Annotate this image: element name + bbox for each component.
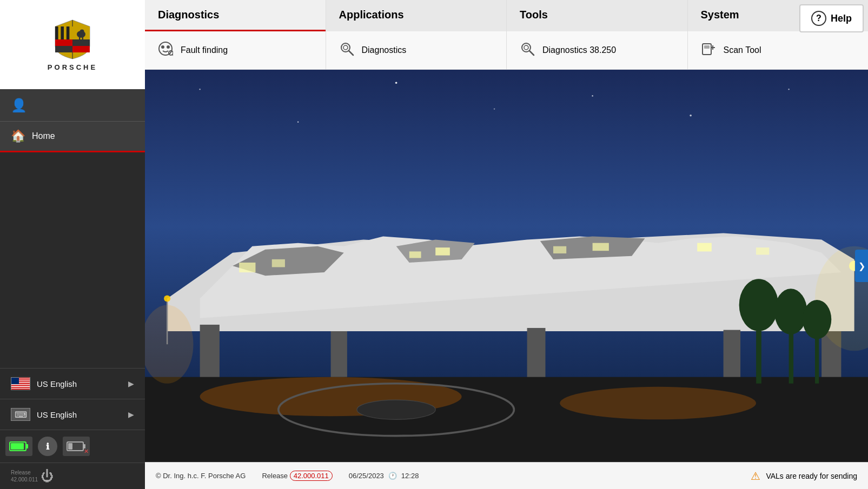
svg-rect-67	[272, 259, 285, 267]
svg-rect-71	[593, 243, 609, 251]
time-text: 12:28	[401, 472, 419, 480]
svg-rect-73	[756, 247, 769, 254]
svg-point-90	[739, 279, 779, 331]
lang1-arrow-icon: ▶	[128, 379, 134, 388]
svg-point-55	[395, 82, 397, 84]
applications-diag-label: Diagnostics	[362, 45, 407, 55]
porsche-wordmark: PORSCHE	[48, 63, 97, 71]
svg-point-81	[560, 387, 756, 420]
svg-rect-68	[409, 251, 421, 258]
nav-dropdown: Diagnostics	[145, 0, 868, 70]
date-time: 06/25/2023 🕐 12:28	[349, 472, 419, 480]
sidebar-home-item[interactable]: 🏠 Home	[0, 122, 145, 152]
svg-point-59	[788, 89, 789, 90]
vals-text: VALs are ready for sending	[766, 472, 857, 480]
svg-point-83	[164, 295, 170, 302]
nav-header-applications[interactable]: Applications	[326, 0, 507, 31]
svg-point-88	[357, 400, 435, 419]
nav-column-tools: Tools Diagnostics 38.250	[507, 0, 688, 70]
lang2-arrow-icon: ▶	[128, 410, 134, 419]
nav-item-diagnostics-38[interactable]: Diagnostics 38.250	[507, 31, 687, 70]
scan-tool-label: Scan Tool	[724, 45, 761, 55]
battery-x-icon: ✕	[84, 448, 89, 455]
svg-point-54	[297, 122, 299, 123]
nav-item-fault-finding[interactable]: Fault finding	[145, 31, 326, 70]
svg-point-46	[524, 45, 528, 50]
nav-header-tools[interactable]: Tools	[507, 0, 687, 31]
svg-point-92	[774, 289, 807, 334]
lang1-label: US English	[37, 379, 128, 388]
sidebar-lang-flag-item[interactable]: US English ▶	[0, 368, 145, 399]
svg-line-40	[173, 55, 173, 56]
svg-rect-24	[11, 385, 30, 386]
nav-item-diagnostics-app[interactable]: Diagnostics	[326, 31, 507, 70]
home-icon: 🏠	[11, 129, 25, 143]
svg-rect-25	[11, 386, 30, 387]
fault-finding-label: Fault finding	[181, 45, 228, 55]
svg-rect-27	[11, 388, 30, 389]
svg-rect-69	[435, 247, 450, 256]
svg-rect-8	[79, 36, 80, 39]
sidebar-spacer	[0, 152, 145, 368]
svg-point-57	[592, 95, 593, 96]
svg-rect-11	[55, 39, 72, 46]
sidebar-user[interactable]: 👤	[0, 89, 145, 122]
content-area: Diagnostics	[145, 0, 868, 489]
nav-item-scan-tool[interactable]: Scan Tool	[688, 31, 869, 70]
nav-column-applications: Applications Diagnostics	[326, 0, 507, 70]
svg-rect-23	[11, 384, 30, 385]
diagnostics-38-icon	[520, 41, 535, 59]
svg-point-94	[803, 300, 831, 339]
nav-column-diagnostics: Diagnostics	[145, 0, 326, 70]
lang2-label: US English	[37, 410, 128, 419]
svg-point-36	[159, 42, 172, 55]
sidebar-power-row: Release 42.000.011 ⏻	[0, 463, 145, 489]
sidebar-logo: PORSCHE	[0, 0, 145, 89]
svg-rect-26	[11, 387, 30, 388]
svg-rect-14	[72, 46, 90, 52]
sidebar-release-text: Release 42.000.011	[11, 469, 38, 483]
warning-icon: ⚠	[751, 470, 760, 483]
svg-point-43	[343, 45, 348, 50]
info-icon[interactable]: ℹ	[38, 437, 57, 456]
sidebar-bottom: ℹ ✕	[0, 430, 145, 463]
svg-rect-9	[82, 36, 83, 39]
svg-point-38	[167, 45, 170, 49]
svg-rect-12	[55, 46, 72, 52]
power-icon[interactable]: ⏻	[41, 468, 54, 484]
help-button[interactable]: ? Help	[799, 4, 864, 32]
svg-rect-28	[11, 388, 30, 390]
user-icon: 👤	[11, 98, 27, 113]
diagnostics-app-icon	[339, 41, 354, 59]
svg-point-56	[494, 108, 495, 109]
svg-point-58	[690, 115, 692, 117]
svg-rect-66	[239, 263, 255, 272]
clock-icon: 🕐	[388, 472, 397, 480]
svg-rect-48	[704, 45, 710, 49]
svg-point-53	[199, 89, 200, 90]
scan-tool-icon	[701, 41, 716, 59]
keyboard-icon: ⌨	[11, 408, 30, 421]
battery2-icon: ✕	[63, 437, 90, 456]
date-text: 06/25/2023	[349, 472, 384, 480]
us-flag-icon	[11, 377, 30, 390]
release-text: Release 42.000.011	[262, 472, 332, 480]
svg-rect-4	[64, 26, 67, 39]
vals-message: ⚠ VALs are ready for sending	[751, 470, 857, 483]
nav-header-diagnostics[interactable]: Diagnostics	[145, 0, 326, 31]
svg-rect-32	[11, 443, 24, 450]
svg-rect-35	[68, 443, 72, 450]
svg-rect-31	[26, 444, 28, 448]
svg-rect-72	[697, 243, 712, 252]
svg-line-45	[529, 51, 534, 55]
hero-image	[145, 70, 868, 462]
tools-diag-label: Diagnostics 38.250	[542, 45, 616, 55]
sidebar-lang-keyboard-item[interactable]: ⌨ US English ▶	[0, 399, 145, 430]
sidebar: PORSCHE 👤 🏠 Home	[0, 0, 145, 489]
scroll-right-button[interactable]: ❯	[855, 250, 868, 282]
hero-area: ❯	[145, 70, 868, 462]
release-label: Release	[11, 469, 38, 476]
svg-rect-93	[815, 331, 819, 384]
svg-point-37	[161, 45, 164, 49]
fault-finding-icon	[158, 41, 173, 59]
